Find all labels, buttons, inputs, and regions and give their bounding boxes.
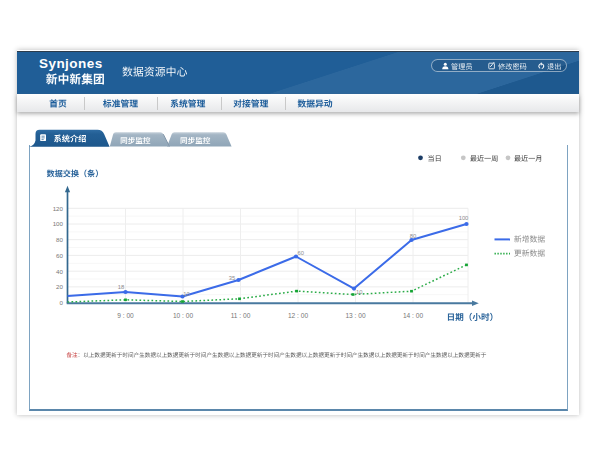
svg-text:12 : 00: 12 : 00	[288, 312, 308, 319]
svg-text:80: 80	[410, 233, 416, 239]
svg-text:10: 10	[356, 289, 362, 295]
svg-text:13 : 00: 13 : 00	[345, 312, 365, 319]
svg-text:120: 120	[53, 205, 64, 212]
svg-text:10: 10	[183, 291, 189, 297]
svg-text:20: 20	[56, 283, 63, 290]
svg-text:40: 40	[56, 268, 63, 275]
svg-text:80: 80	[56, 236, 63, 243]
svg-text:11 : 00: 11 : 00	[231, 312, 251, 319]
svg-text:14 : 00: 14 : 00	[403, 312, 423, 319]
svg-text:10 : 00: 10 : 00	[173, 312, 193, 319]
svg-text:100: 100	[459, 215, 469, 221]
svg-text:9 : 00: 9 : 00	[117, 312, 134, 319]
svg-text:60: 60	[56, 252, 63, 259]
svg-text:60: 60	[297, 250, 303, 256]
svg-text:18: 18	[118, 284, 124, 290]
svg-text:0: 0	[60, 299, 64, 306]
svg-text:100: 100	[53, 220, 64, 227]
svg-text:35: 35	[229, 275, 235, 281]
